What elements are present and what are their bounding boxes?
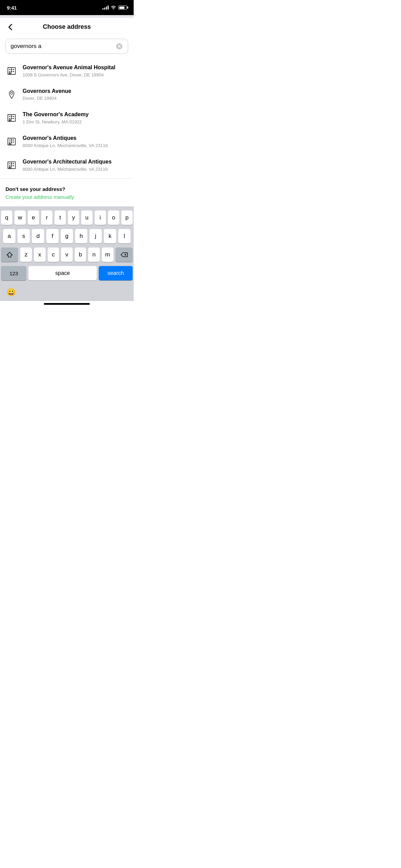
building-icon [5,112,18,124]
svg-rect-15 [13,116,14,117]
result-address: 8000 Antique Ln, Mechanicsville, VA 2311… [23,143,128,149]
search-key[interactable]: search [99,266,133,280]
page-title: Choose address [7,23,127,31]
key-s[interactable]: s [17,229,30,243]
header: Choose address [0,18,134,35]
search-box [5,39,128,54]
emoji-key[interactable]: 😀 [4,285,19,300]
svg-rect-5 [13,69,14,70]
keyboard-row-3: z x c v b n m [1,248,133,262]
result-text: The Governor's Academy 1 Elm St, Newbury… [23,111,128,125]
svg-rect-23 [11,140,12,141]
key-e[interactable]: e [28,210,39,225]
key-k[interactable]: k [104,229,116,243]
svg-rect-33 [13,163,14,164]
key-h[interactable]: h [75,229,87,243]
result-name: Governor's Antiques [23,135,128,142]
svg-rect-6 [9,71,10,72]
key-g[interactable]: g [61,229,73,243]
svg-rect-16 [9,118,10,119]
key-d[interactable]: d [32,229,44,243]
key-u[interactable]: u [81,210,93,225]
key-c[interactable]: c [48,248,59,262]
peek-bar [0,15,134,18]
list-item[interactable]: Governor's Avenue Animal Hospital 1008 S… [0,59,134,83]
key-r[interactable]: r [41,210,52,225]
location-pin-icon [5,88,18,101]
key-l[interactable]: l [118,229,131,243]
section-divider [0,178,134,179]
status-icons [102,5,127,10]
signal-icon [102,5,109,10]
key-f[interactable]: f [46,229,59,243]
svg-point-10 [11,92,13,94]
list-item[interactable]: Governor's Architectural Antiques 8000 A… [0,154,134,177]
key-m[interactable]: m [102,248,113,262]
delete-key[interactable] [116,248,133,262]
keyboard-row-1: q w e r t y u i o p [1,210,133,225]
shift-key[interactable] [1,248,18,262]
svg-rect-35 [11,165,12,166]
result-address: Dover, DE 19904 [23,96,128,101]
create-address-manually-link[interactable]: Create your address manually [5,194,74,200]
key-j[interactable]: j [89,229,102,243]
key-b[interactable]: b [75,248,86,262]
key-v[interactable]: v [61,248,73,262]
key-n[interactable]: n [88,248,100,262]
list-item[interactable]: Governors Avenue Dover, DE 19904 [0,83,134,107]
svg-rect-26 [11,142,12,143]
key-a[interactable]: a [3,229,15,243]
key-w[interactable]: w [14,210,26,225]
svg-rect-17 [11,118,12,119]
key-i[interactable]: i [95,210,106,225]
svg-rect-36 [13,165,14,166]
result-address: 8000 Antique Ln, Mechanicsville, VA 2311… [23,167,128,172]
key-t[interactable]: t [54,210,66,225]
svg-rect-18 [13,118,14,119]
svg-rect-25 [9,142,10,143]
status-time: 9:41 [7,5,17,11]
keyboard-bottom-bar: 😀 [1,285,133,300]
key-q[interactable]: q [1,210,12,225]
back-button[interactable] [7,22,14,32]
svg-rect-19 [9,119,11,121]
svg-rect-22 [9,140,10,141]
key-y[interactable]: y [68,210,79,225]
space-key[interactable]: space [28,266,96,280]
search-input[interactable] [11,43,113,50]
svg-rect-37 [9,167,11,169]
result-name: Governor's Avenue Animal Hospital [23,64,128,71]
battery-icon [118,5,127,10]
keyboard-row-4: 123 space search [1,266,133,280]
wifi-icon [111,5,116,10]
result-text: Governors Avenue Dover, DE 19904 [23,88,128,102]
svg-rect-14 [11,116,12,117]
svg-rect-28 [9,143,11,145]
result-address: 1 Elm St, Newbury, MA 01922 [23,119,128,125]
key-p[interactable]: p [121,210,133,225]
svg-rect-3 [9,69,10,70]
svg-rect-34 [9,165,10,166]
building-icon [5,135,18,148]
list-item[interactable]: Governor's Antiques 8000 Antique Ln, Mec… [0,130,134,154]
result-text: Governor's Antiques 8000 Antique Ln, Mec… [23,135,128,149]
svg-rect-32 [11,163,12,164]
building-icon [5,159,18,171]
keyboard-row-2: a s d f g h j k l [1,229,133,243]
list-item[interactable]: The Governor's Academy 1 Elm St, Newbury… [0,106,134,130]
svg-rect-9 [9,72,11,74]
result-text: Governor's Avenue Animal Hospital 1008 S… [23,64,128,78]
svg-rect-8 [13,71,14,72]
result-name: Governors Avenue [23,88,128,95]
clear-button[interactable] [116,43,123,50]
result-address: 1008 S Governors Ave, Dover, DE 19904 [23,72,128,78]
svg-rect-27 [13,142,14,143]
svg-rect-4 [11,69,12,70]
manual-prompt: Don't see your address? [5,186,128,192]
keyboard: q w e r t y u i o p a s d f g h j k l z … [0,206,134,301]
key-o[interactable]: o [108,210,119,225]
numbers-key[interactable]: 123 [1,266,26,280]
key-z[interactable]: z [20,248,32,262]
key-x[interactable]: x [34,248,46,262]
home-indicator [44,303,90,305]
